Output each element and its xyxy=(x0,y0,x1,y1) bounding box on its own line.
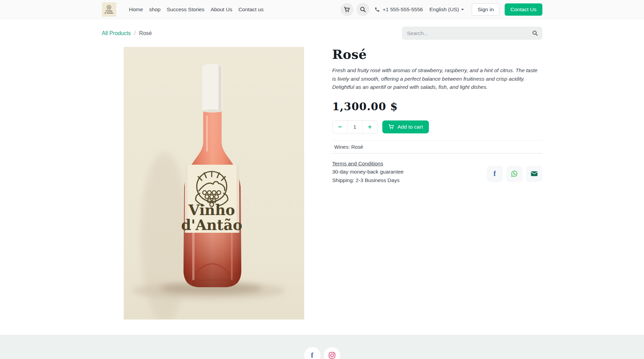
cart-icon xyxy=(388,124,394,130)
product-title: Rosé xyxy=(332,48,542,61)
search-icon xyxy=(532,30,538,36)
nav-contact-us[interactable]: Contact us xyxy=(236,4,266,15)
product-image[interactable]: Vinho d'Antão xyxy=(124,47,304,320)
sign-in-button[interactable]: Sign in xyxy=(472,3,499,16)
search-button[interactable] xyxy=(356,3,369,16)
top-navbar: Vinho d'Antão Home shop Success Stories … xyxy=(0,0,644,19)
breadcrumb: All Products / Rosé xyxy=(102,30,152,36)
nav-about-us[interactable]: About Us xyxy=(208,4,235,15)
contact-us-button[interactable]: Contact Us xyxy=(505,3,542,16)
footer-facebook-button[interactable]: f xyxy=(304,347,320,359)
product-price: 1,300.00 $ xyxy=(332,101,542,112)
phone-number: +1 555-555-5556 xyxy=(383,6,423,13)
instagram-icon xyxy=(328,352,336,359)
share-email-button[interactable] xyxy=(526,166,542,182)
breadcrumb-separator: / xyxy=(134,30,136,36)
share-buttons: f xyxy=(487,166,542,182)
label-brand-line1: Vinho xyxy=(188,202,235,218)
logo-emblem-icon xyxy=(106,5,111,10)
chevron-down-icon xyxy=(461,9,464,12)
facebook-icon: f xyxy=(493,170,496,178)
shipping-text: Shipping: 2-3 Business Days xyxy=(332,176,404,185)
logo-text-line2: d'Antão xyxy=(105,12,114,14)
cart-icon xyxy=(344,6,350,13)
site-footer: f xyxy=(0,335,644,359)
language-selector[interactable]: English (US) xyxy=(429,6,464,13)
label-brand-line2: d'Antão xyxy=(181,217,242,233)
breadcrumb-current: Rosé xyxy=(139,30,152,36)
phone-icon xyxy=(375,7,380,12)
breadcrumb-all-products[interactable]: All Products xyxy=(102,30,131,36)
product-image-column: Vinho d'Antão xyxy=(102,47,326,320)
terms-and-conditions-link[interactable]: Terms and Conditions xyxy=(332,161,383,166)
whatsapp-icon xyxy=(511,170,518,177)
guarantee-text: 30-day money-back guarantee xyxy=(332,168,404,176)
phone-link[interactable]: +1 555-555-5556 xyxy=(375,6,423,13)
product-description: Fresh and fruity rosé with aromas of str… xyxy=(332,66,542,92)
quantity-stepper: − + xyxy=(332,120,378,133)
search-input[interactable] xyxy=(406,30,532,37)
share-facebook-button[interactable]: f xyxy=(487,166,503,182)
page-main: All Products / Rosé xyxy=(0,27,644,320)
footer-instagram-button[interactable] xyxy=(324,347,340,359)
quantity-increase-button[interactable]: + xyxy=(363,121,377,133)
add-to-cart-label: Add to cart xyxy=(398,124,423,130)
facebook-icon: f xyxy=(311,351,313,359)
search-bar xyxy=(402,27,542,40)
main-nav: Home shop Success Stories About Us Conta… xyxy=(126,4,266,15)
email-icon xyxy=(531,171,538,176)
nav-success-stories[interactable]: Success Stories xyxy=(164,4,207,15)
product-variant: Wines: Rosé xyxy=(332,140,542,153)
product-info-column: Rosé Fresh and fruity rosé with aromas o… xyxy=(326,47,542,320)
search-submit-button[interactable] xyxy=(532,30,538,36)
nav-shop[interactable]: shop xyxy=(146,4,163,15)
cart-button[interactable] xyxy=(341,3,353,16)
nav-home[interactable]: Home xyxy=(126,4,146,15)
quantity-input[interactable] xyxy=(347,121,363,133)
language-label: English (US) xyxy=(429,6,459,13)
add-to-cart-button[interactable]: Add to cart xyxy=(382,120,429,133)
divider xyxy=(332,153,542,153)
search-icon xyxy=(360,6,366,13)
quantity-decrease-button[interactable]: − xyxy=(333,121,347,133)
site-logo[interactable]: Vinho d'Antão xyxy=(102,2,116,17)
share-whatsapp-button[interactable] xyxy=(506,166,523,182)
